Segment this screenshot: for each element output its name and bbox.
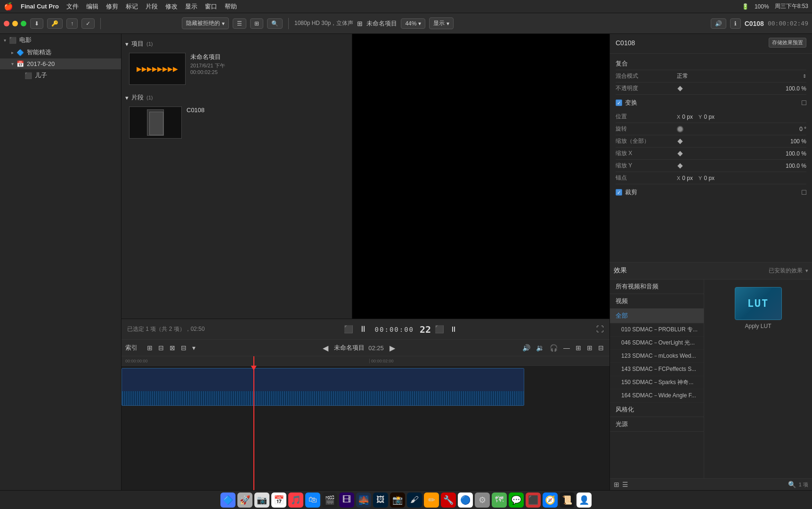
dock-premiere[interactable]: 🎞 bbox=[339, 493, 354, 508]
timeline-volume-btn[interactable]: 🔉 bbox=[534, 343, 546, 353]
play-pause-button[interactable]: ⏸ bbox=[357, 322, 369, 336]
minimize-button[interactable] bbox=[12, 21, 18, 26]
inspector-info-button[interactable]: ℹ bbox=[730, 18, 741, 29]
dock-weixin[interactable]: 💬 bbox=[509, 493, 524, 508]
timeline-option2[interactable]: ⊟ bbox=[179, 343, 188, 353]
library-button[interactable]: 🔑 bbox=[47, 18, 63, 29]
dock-ps2[interactable]: 🖌 bbox=[407, 493, 422, 508]
viewer-panel[interactable] bbox=[352, 34, 609, 319]
lut-preview[interactable]: LUT bbox=[735, 287, 782, 320]
effects-cat-stylize[interactable]: 风格化 bbox=[610, 402, 704, 417]
view-grid-button[interactable]: ⊞ bbox=[250, 18, 263, 29]
project-item-unnamed[interactable]: ▶▶▶▶▶▶▶▶ 未命名项目 2017/6/21 下午 00:00:02:25 bbox=[125, 50, 348, 88]
timeline-zoom-in[interactable]: ⊞ bbox=[585, 343, 594, 353]
menu-window[interactable]: 窗口 bbox=[205, 2, 217, 11]
menu-modify[interactable]: 修改 bbox=[165, 2, 178, 11]
sidebar-item-erzi[interactable]: ⬛ 儿子 bbox=[0, 69, 121, 82]
dock-photos[interactable]: 📷 bbox=[254, 493, 269, 508]
timeline-add-track[interactable]: ⊞ bbox=[145, 343, 154, 353]
save-preset-button[interactable]: 存储效果预置 bbox=[769, 38, 806, 48]
view-list-button[interactable]: ☰ bbox=[233, 18, 246, 29]
effects-cat-all-video-audio[interactable]: 所有视频和音频 bbox=[610, 279, 704, 294]
inspector-volume-button[interactable]: 🔊 bbox=[711, 18, 726, 29]
validate-button[interactable]: ✓ bbox=[81, 18, 95, 29]
dock-chrome[interactable]: 🔵 bbox=[458, 493, 473, 508]
clip-item-c0108[interactable]: C0108 bbox=[125, 104, 348, 141]
dock-calendar[interactable]: 📅 bbox=[271, 493, 286, 508]
dock-handbrake[interactable]: 🔧 bbox=[441, 493, 456, 508]
hidden-rejected-button[interactable]: 隐藏被拒绝的 ▾ bbox=[182, 17, 229, 29]
sidebar-item-smart-collections[interactable]: ▸ 🔷 智能精选 bbox=[0, 46, 121, 58]
effects-cat-light[interactable]: 光源 bbox=[610, 417, 704, 432]
video-clip-track[interactable]: C0108 bbox=[122, 368, 524, 406]
dock-appstore[interactable]: 🛍 bbox=[305, 493, 320, 508]
effects-cat-046[interactable]: 046 SDMAC－OverLight 光... bbox=[610, 337, 704, 350]
timeline-zoom-out[interactable]: ⊟ bbox=[596, 343, 606, 353]
close-button[interactable] bbox=[4, 21, 9, 26]
app-name[interactable]: Final Cut Pro bbox=[21, 3, 59, 10]
playhead[interactable] bbox=[253, 356, 254, 490]
dock-maps[interactable]: 🗺 bbox=[492, 493, 507, 508]
apple-menu[interactable]: 🍎 bbox=[4, 2, 13, 11]
timeline-prev-arrow[interactable]: ◀ bbox=[321, 343, 330, 353]
effects-cat-video[interactable]: 视频 bbox=[610, 294, 704, 309]
import-media-button[interactable]: ⬇ bbox=[30, 18, 43, 29]
crop-checkbox[interactable]: ✓ bbox=[616, 189, 622, 196]
dock-music[interactable]: 🎵 bbox=[288, 493, 303, 508]
sidebar-item-2017-6-20[interactable]: ▾ 📅 2017-6-20 bbox=[0, 58, 121, 69]
timeline-track-area[interactable]: 00:00:00:00 00:00:02:00 C0108 bbox=[122, 356, 609, 490]
dock-safari[interactable]: 🧭 bbox=[543, 493, 558, 508]
share-button[interactable]: ↑ bbox=[66, 18, 78, 29]
menu-help[interactable]: 帮助 bbox=[225, 2, 237, 11]
timeline-option3[interactable]: ▾ bbox=[190, 343, 197, 353]
dock-ps1[interactable]: 🖼 bbox=[373, 493, 388, 508]
maximize-button[interactable] bbox=[21, 21, 26, 26]
display-button[interactable]: 显示 ▾ bbox=[429, 17, 454, 29]
dock-system-prefs[interactable]: ⚙ bbox=[475, 493, 490, 508]
installed-chevron[interactable]: ▾ bbox=[805, 268, 808, 274]
dock-others[interactable]: ⬛ bbox=[526, 493, 541, 508]
timeline-audio-btn[interactable]: 🔊 bbox=[520, 343, 532, 353]
projects-expand-icon[interactable]: ▾ bbox=[125, 41, 129, 48]
dock-scripts[interactable]: 📜 bbox=[560, 493, 575, 508]
blend-mode-arrows[interactable]: ⇕ bbox=[803, 74, 806, 79]
timeline-blade[interactable]: ⊟ bbox=[156, 343, 166, 353]
fullscreen-button[interactable]: ⛶ bbox=[596, 325, 604, 334]
timeline-solo-btn[interactable]: — bbox=[561, 343, 572, 353]
effects-cat-010[interactable]: 010 SDMAC－PROBLUR 专... bbox=[610, 323, 704, 337]
effects-cat-143[interactable]: 143 SDMAC－FCPeffects S... bbox=[610, 363, 704, 376]
timeline-headphone-btn[interactable]: 🎧 bbox=[548, 343, 560, 353]
skip-forward-button[interactable]: ⬛ bbox=[433, 323, 446, 336]
transform-expand-icon[interactable]: □ bbox=[802, 99, 806, 107]
dock-fcp[interactable]: 🎬 bbox=[322, 493, 337, 508]
effects-list-view-btn[interactable]: ☰ bbox=[622, 481, 628, 488]
skip-back-button[interactable]: ⬛ bbox=[342, 323, 355, 336]
search-button[interactable]: 🔍 bbox=[267, 18, 283, 29]
menu-file[interactable]: 文件 bbox=[66, 2, 79, 11]
dock-contacts[interactable]: 👤 bbox=[577, 493, 592, 508]
sidebar-root-movies[interactable]: ▾ ⬛ 电影 bbox=[0, 34, 121, 46]
menu-trim[interactable]: 修剪 bbox=[106, 2, 118, 11]
timeline-next-arrow[interactable]: ▶ bbox=[388, 343, 397, 353]
timeline-option1[interactable]: ⊠ bbox=[168, 343, 177, 353]
index-label[interactable]: 索引 bbox=[125, 344, 138, 352]
effects-grid-view-btn[interactable]: ⊞ bbox=[614, 481, 619, 488]
effects-cat-150[interactable]: 150 SDMAC－Sparks 神奇... bbox=[610, 376, 704, 389]
dock-launchpad[interactable]: 🚀 bbox=[237, 493, 252, 508]
effects-search-btn[interactable]: 🔍 bbox=[788, 481, 796, 488]
loop-button[interactable]: ⏸ bbox=[448, 323, 459, 336]
dock-sketch[interactable]: ✏ bbox=[424, 493, 439, 508]
effects-cat-all[interactable]: 全部 bbox=[610, 309, 704, 323]
timeline-snap-btn[interactable]: ⊞ bbox=[574, 343, 583, 353]
dock-bridge[interactable]: 🌉 bbox=[356, 493, 371, 508]
menu-view[interactable]: 显示 bbox=[185, 2, 197, 11]
effects-cat-123[interactable]: 123 SDMAC－mLooks Wed... bbox=[610, 350, 704, 363]
transform-checkbox[interactable]: ✓ bbox=[616, 99, 622, 106]
effects-cat-164[interactable]: 164 SDMAC－Wide Angle F... bbox=[610, 389, 704, 402]
menu-mark[interactable]: 标记 bbox=[126, 2, 138, 11]
zoom-control[interactable]: 44% ▾ bbox=[401, 18, 425, 29]
crop-expand-icon[interactable]: □ bbox=[802, 188, 806, 197]
menu-clip[interactable]: 片段 bbox=[146, 2, 158, 11]
dock-lr[interactable]: 📸 bbox=[390, 493, 405, 508]
dock-finder[interactable]: 🔷 bbox=[220, 493, 235, 508]
